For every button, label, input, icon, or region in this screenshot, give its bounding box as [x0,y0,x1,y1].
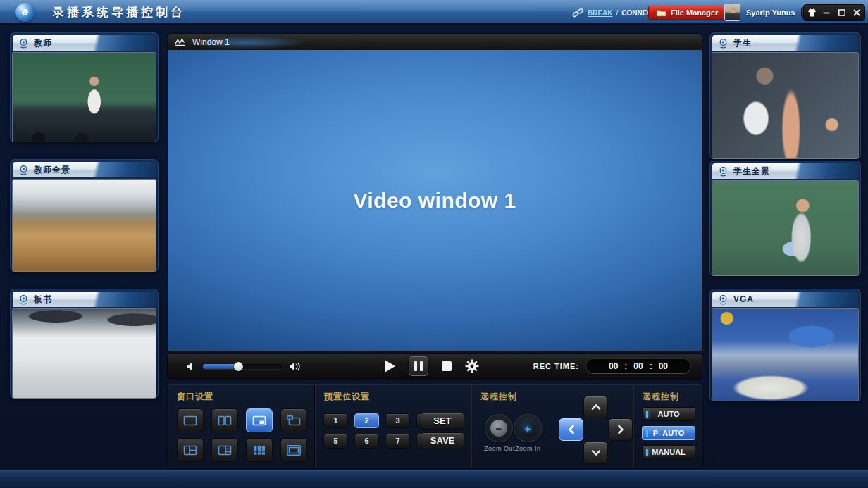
stop-button[interactable] [442,361,452,371]
preset-3-button[interactable]: 3 [385,413,410,428]
save-button[interactable]: SAVE [421,432,464,449]
rec-minutes: 00 [633,361,643,371]
playback-controls [385,354,479,379]
preset-2-button[interactable]: 2 [354,413,379,428]
camera-panel-teacher[interactable]: 教师 [10,32,159,142]
mute-icon[interactable] [186,361,196,372]
preset-7-button[interactable]: 7 [385,434,410,449]
folder-icon [656,8,666,17]
zoom-in-label: Zoom In [515,445,541,452]
preset-1-button[interactable]: 1 [323,413,348,428]
main-video-window[interactable]: Window 1 Video window 1 [168,34,702,351]
file-manager-button[interactable]: File Manager [648,6,726,20]
window-settings-title: 窗口设置 [177,391,213,403]
auto-button[interactable]: AUTO [642,407,695,421]
camera-preview-blackboard[interactable] [13,309,156,398]
title-bar: e 录播系统导播控制台 BREAK / CONNECT File Manager… [0,0,868,25]
break-link[interactable]: BREAK [588,9,613,17]
pan-down-button[interactable] [583,442,608,464]
camera-label: 板书 [34,294,52,306]
webcam-icon [718,166,728,177]
camera-preview-vga[interactable] [712,309,858,401]
manual-button[interactable]: MANUAL [642,445,695,459]
layout-pip-bottom-right-button[interactable] [246,408,273,432]
layout-single-button[interactable] [177,408,204,432]
pan-up-button[interactable] [583,396,608,418]
camera-panel-student[interactable]: 学生 [709,32,861,159]
rec-time-label: REC TIME: [533,362,579,370]
skin-button[interactable] [805,6,818,19]
close-button[interactable] [850,6,864,19]
preset-settings-panel: 预置位设置 1 2 3 4 5 6 7 8 SET SAVE [314,384,471,468]
layout-left-big-right-two-button[interactable] [177,438,204,462]
maximize-icon [838,8,846,17]
gear-button[interactable] [465,359,479,373]
pause-icon [414,361,417,371]
camera-header: 教师 [13,35,156,51]
footer-bar [0,470,868,488]
maximize-button[interactable] [835,6,848,19]
volume-fill [203,364,238,369]
camera-panel-vga[interactable]: VGA [709,289,861,401]
zoom-out-label: Zoom Out [484,445,515,452]
camera-preview-student-panorama[interactable] [712,181,858,275]
zoom-out-button[interactable]: − [485,414,513,442]
app-title: 录播系统导播控制台 [52,0,185,25]
chevron-up-icon [590,403,602,411]
p-auto-button[interactable]: P- AUTO [642,426,695,440]
video-window-header: Window 1 [168,34,702,50]
layout-left-big-right-rows-button[interactable] [211,438,238,462]
preset-6-button[interactable]: 6 [354,434,379,449]
layout-bordered-single-button[interactable] [280,438,307,462]
camera-label: 教师 [34,37,52,49]
time-separator: : [624,361,627,371]
camera-panel-blackboard[interactable]: 板书 [10,289,159,399]
user-section: Syarip Yunus [724,4,812,21]
preset-5-button[interactable]: 5 [323,434,348,449]
volume-thumb[interactable] [234,362,243,371]
webcam-icon [18,165,29,175]
camera-preview-teacher-panorama[interactable] [13,180,156,271]
camera-header: VGA [712,292,858,307]
window-settings-panel: 窗口设置 [168,384,314,468]
layout-two-columns-button[interactable] [211,408,238,432]
camera-panel-teacher-panorama[interactable]: 教师全景 [10,159,159,272]
ptz-control-panel: 远程控制 − + Zoom Out Zoom In [471,384,633,468]
transport-bar: REC TIME: 00 : 00 : 00 [168,354,702,379]
webcam-icon [18,294,29,305]
volume-group [186,354,302,379]
pan-right-button[interactable] [608,418,633,441]
time-separator: : [650,361,652,371]
file-manager-label: File Manager [671,8,718,17]
pause-button[interactable] [409,356,428,376]
settings-section: 窗口设置 [168,384,703,468]
ptz-control-title: 远程控制 [480,391,517,403]
link-icon [572,8,584,18]
layout-pip-top-left-button[interactable] [280,408,307,432]
zoom-in-icon: + [519,420,536,437]
camera-preview-student[interactable] [712,53,858,158]
zoom-out-icon: − [490,420,507,437]
zoom-in-button[interactable]: + [514,414,542,442]
preset-settings-title: 预置位设置 [324,391,370,403]
camera-header: 学生全景 [712,163,858,179]
play-button[interactable] [385,360,395,373]
volume-slider[interactable] [203,364,282,369]
webcam-icon [718,38,728,49]
minimize-button[interactable] [820,6,833,19]
camera-header: 教师全景 [13,162,156,177]
camera-panel-student-panorama[interactable]: 学生全景 [709,161,861,276]
rec-hours: 00 [609,361,618,371]
connection-separator: / [616,9,619,17]
camera-preview-teacher[interactable] [13,53,156,142]
camera-label: 学生 [733,37,752,49]
mode-control-panel: 远程控制 AUTO P- AUTO MANUAL [633,384,703,468]
video-window-title: Window 1 [192,37,230,47]
pan-left-button[interactable] [559,418,583,441]
video-display-area: Video window 1 [168,50,702,351]
close-icon [852,8,861,17]
volume-icon[interactable] [289,361,302,372]
user-avatar [724,4,740,21]
layout-grid-3x3-button[interactable] [246,438,273,462]
set-button[interactable]: SET [421,413,464,430]
